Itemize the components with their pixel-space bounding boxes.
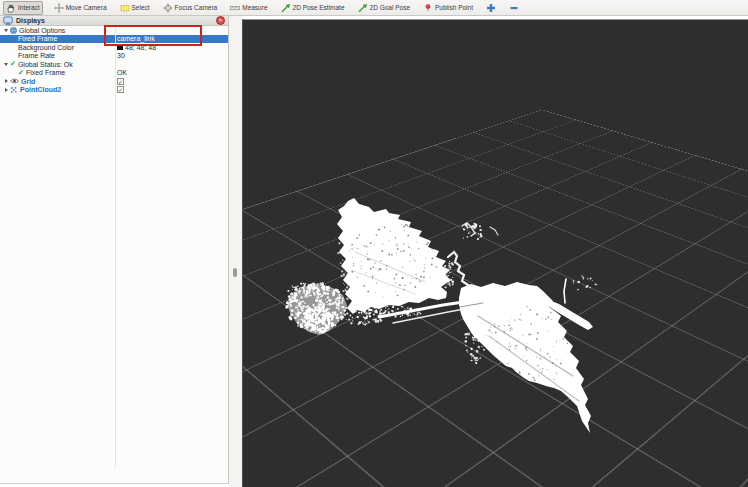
row-label: Fixed Frame — [18, 35, 57, 42]
row-label: Grid — [21, 78, 35, 85]
tool-label: Measure — [242, 4, 267, 11]
tree-row-grid[interactable]: Grid — [0, 77, 228, 86]
row-label: Frame Rate — [18, 52, 55, 59]
tool-publish-point[interactable]: Publish Point — [421, 2, 475, 14]
expander-icon[interactable] — [2, 79, 10, 83]
tool-measure[interactable]: Measure — [228, 2, 269, 14]
column-divider[interactable] — [115, 26, 116, 468]
tree-row-frame-rate[interactable]: Frame Rate 30 — [0, 52, 228, 61]
splitter-handle-icon[interactable] — [233, 268, 237, 277]
tool-select[interactable]: Select — [118, 2, 152, 14]
row-label: Global Options — [19, 27, 65, 34]
tool-interact[interactable]: Interact — [3, 1, 43, 15]
tool-2d-pose-estimate[interactable]: 2D Pose Estimate — [279, 2, 347, 14]
tree-row-pointcloud2[interactable]: PointCloud2 — [0, 86, 228, 95]
tool-label: Publish Point — [435, 4, 473, 11]
tool-label: 2D Goal Pose — [370, 4, 410, 11]
map-pin-icon — [423, 3, 433, 13]
pointcloud-render — [243, 20, 748, 487]
ruler-icon — [230, 3, 240, 13]
hand-icon — [6, 3, 16, 13]
plus-icon — [486, 3, 496, 13]
panel-splitter[interactable] — [229, 16, 242, 487]
row-label: Fixed Frame — [26, 69, 65, 76]
selection-box-icon — [120, 3, 130, 13]
minus-icon — [509, 3, 519, 13]
tool-label: Focus Camera — [175, 4, 218, 11]
green-arrow-icon — [281, 3, 291, 13]
row-label: Global Status: Ok — [18, 61, 73, 68]
tree-row-global-status[interactable]: ✓ Global Status: Ok — [0, 60, 228, 69]
row-label: PointCloud2 — [20, 86, 61, 93]
fixed-frame-annotation — [104, 25, 202, 46]
frame-rate-value[interactable]: 30 — [117, 52, 125, 59]
remove-tool-button[interactable] — [507, 2, 521, 14]
tool-label: 2D Pose Estimate — [293, 4, 345, 11]
toolbar: Interact Move Camera Select Focus Camera… — [0, 0, 748, 16]
tree-row-fixed-frame-status[interactable]: ✓ Fixed Frame OK — [0, 69, 228, 78]
expander-icon[interactable] — [2, 88, 10, 92]
panel-title: Displays — [16, 17, 45, 24]
tool-focus-camera[interactable]: Focus Camera — [161, 2, 220, 14]
crosshair-icon — [163, 3, 173, 13]
pointcloud2-enabled-checkbox[interactable] — [117, 86, 124, 93]
green-arrow-icon — [358, 3, 368, 13]
tool-label: Select — [132, 4, 150, 11]
monitor-icon — [3, 16, 13, 26]
pointcloud-icon — [10, 86, 18, 94]
tool-label: Move Camera — [66, 4, 107, 11]
close-icon[interactable]: × — [216, 16, 225, 25]
eye-icon — [10, 78, 19, 84]
tool-2d-goal-pose[interactable]: 2D Goal Pose — [356, 2, 412, 14]
viewport[interactable] — [242, 19, 748, 487]
check-icon: ✓ — [10, 60, 16, 68]
displays-panel: Displays × Global Options Fixed Frame ca… — [0, 16, 229, 484]
expander-icon[interactable] — [2, 63, 10, 66]
globe-icon — [10, 27, 17, 34]
check-icon: ✓ — [18, 69, 24, 77]
tool-label: Interact — [18, 4, 40, 11]
tool-move-camera[interactable]: Move Camera — [52, 2, 109, 14]
add-tool-button[interactable] — [484, 2, 498, 14]
expander-icon[interactable] — [2, 29, 10, 32]
status-value: OK — [117, 69, 127, 76]
grid-enabled-checkbox[interactable] — [117, 78, 124, 85]
move-arrows-icon — [54, 3, 64, 13]
row-label: Background Color — [18, 44, 74, 51]
